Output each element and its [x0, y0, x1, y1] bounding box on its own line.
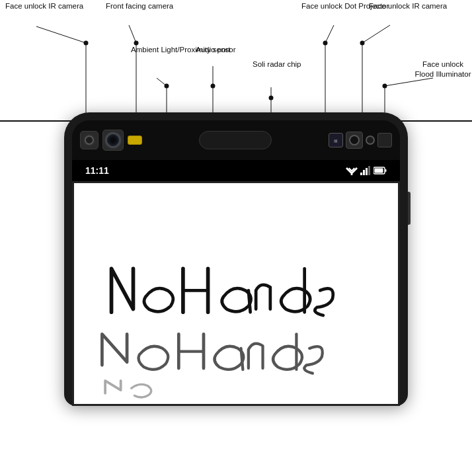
svg-rect-33: [375, 169, 383, 173]
svg-point-18: [360, 41, 365, 46]
status-icons: [346, 166, 387, 175]
audio-port-pill: [199, 131, 272, 149]
phone-outer: ▦ 11:11: [64, 112, 408, 406]
svg-point-6: [165, 84, 169, 89]
svg-rect-28: [363, 170, 365, 175]
status-bar: 11:11: [72, 160, 400, 181]
ir-camera-right-sensor: [366, 136, 375, 145]
svg-line-20: [362, 25, 390, 43]
ir-camera-left-sensor: [80, 131, 98, 149]
label-soli-radar: Soli radar chip: [253, 60, 301, 69]
svg-point-0: [84, 41, 89, 46]
svg-rect-30: [368, 166, 370, 175]
front-camera-sensor: [102, 130, 124, 151]
svg-rect-27: [360, 173, 362, 175]
svg-point-21: [383, 84, 387, 89]
notch-bar: ▦: [72, 120, 400, 160]
dot-projector-sensor: [346, 132, 363, 149]
status-time: 11:11: [85, 165, 109, 176]
wifi-icon: [346, 166, 358, 175]
label-front-facing-camera: Front facing camera: [106, 1, 173, 11]
sensor-group-left: [80, 130, 142, 151]
signal-icon: [360, 166, 371, 175]
sensor-group-right: ▦: [329, 132, 392, 149]
svg-point-9: [211, 84, 216, 89]
label-audio-port: Audio port: [196, 45, 230, 55]
ambient-sensor: [128, 136, 142, 145]
svg-line-17: [325, 25, 334, 43]
svg-line-8: [157, 78, 167, 86]
label-face-unlock-ir-right: Face unlock IR camera: [369, 1, 447, 11]
soli-radar-chip: ▦: [329, 133, 343, 147]
label-face-unlock-ir-left: Face unlock IR camera: [5, 1, 83, 11]
screen-content: [72, 181, 400, 406]
svg-rect-29: [366, 168, 368, 175]
battery-icon: [374, 167, 387, 175]
svg-point-15: [323, 41, 328, 46]
phone-mockup: ▦ 11:11: [64, 112, 408, 406]
power-button: [408, 192, 411, 225]
flood-illuminator-sensor: [377, 133, 392, 147]
label-face-unlock-flood: Face unlock Flood Illuminator: [414, 60, 472, 79]
svg-rect-32: [385, 169, 387, 172]
handwriting-svg: [74, 183, 398, 404]
svg-line-2: [36, 26, 86, 43]
svg-point-12: [269, 96, 274, 100]
svg-line-5: [129, 25, 136, 43]
